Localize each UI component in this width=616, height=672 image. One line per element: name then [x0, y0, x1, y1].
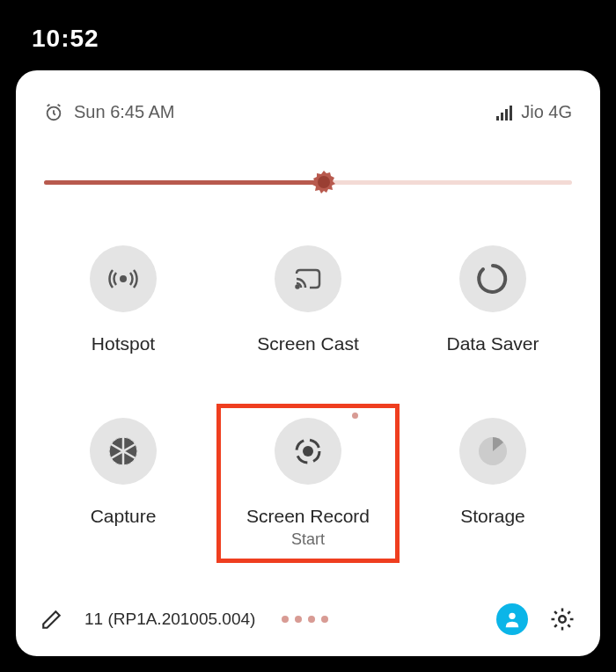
carrier-label: Jio 4G: [521, 102, 572, 122]
data-saver-icon: [459, 245, 526, 312]
tile-screen-cast[interactable]: Screen Cast: [229, 245, 387, 354]
svg-point-2: [120, 275, 127, 282]
tile-storage[interactable]: Storage: [414, 418, 572, 549]
quick-settings-panel: Sun 6:45 AM Jio 4G: [16, 70, 600, 656]
tile-label: Storage: [460, 506, 525, 527]
storage-icon: [459, 418, 526, 485]
gear-icon[interactable]: [549, 606, 576, 632]
edit-icon[interactable]: [40, 608, 63, 631]
brightness-slider[interactable]: [44, 172, 572, 193]
tile-label: Capture: [91, 506, 157, 527]
svg-point-1: [318, 176, 330, 188]
alarm-icon: [44, 103, 63, 122]
record-indicator-dot: [352, 413, 358, 419]
svg-point-8: [509, 613, 515, 619]
device-clock: 10:52: [32, 25, 99, 53]
hotspot-icon: [90, 245, 157, 312]
slider-fill: [44, 180, 324, 185]
tile-capture[interactable]: Capture: [44, 418, 202, 549]
tile-sublabel: Start: [291, 530, 325, 549]
cast-icon: [275, 245, 341, 312]
tile-data-saver[interactable]: Data Saver: [414, 245, 572, 354]
build-label: 11 (RP1A.201005.004): [84, 610, 255, 629]
status-left: Sun 6:45 AM: [44, 102, 175, 122]
tile-label: Data Saver: [446, 333, 539, 354]
status-bar: Sun 6:45 AM Jio 4G: [44, 102, 572, 122]
slider-thumb-icon[interactable]: [312, 170, 336, 194]
record-icon: [275, 418, 341, 485]
slider-track: [44, 180, 572, 185]
footer-bar: 11 (RP1A.201005.004): [40, 603, 576, 635]
page-indicator: [282, 616, 328, 623]
user-avatar[interactable]: [496, 603, 528, 635]
tile-grid: Hotspot Screen Cast Data Saver: [44, 245, 572, 549]
svg-point-6: [303, 446, 313, 457]
status-right: Jio 4G: [496, 102, 572, 122]
tile-label: Hotspot: [92, 333, 155, 354]
tile-hotspot[interactable]: Hotspot: [44, 245, 202, 354]
tile-label: Screen Cast: [257, 333, 359, 354]
tile-screen-record[interactable]: Screen Record Start: [229, 418, 387, 549]
tile-label: Screen Record: [246, 506, 370, 527]
svg-point-3: [297, 286, 299, 289]
svg-point-9: [559, 616, 566, 623]
alarm-time: Sun 6:45 AM: [74, 102, 175, 122]
capture-icon: [90, 418, 157, 485]
signal-icon: [496, 105, 512, 121]
